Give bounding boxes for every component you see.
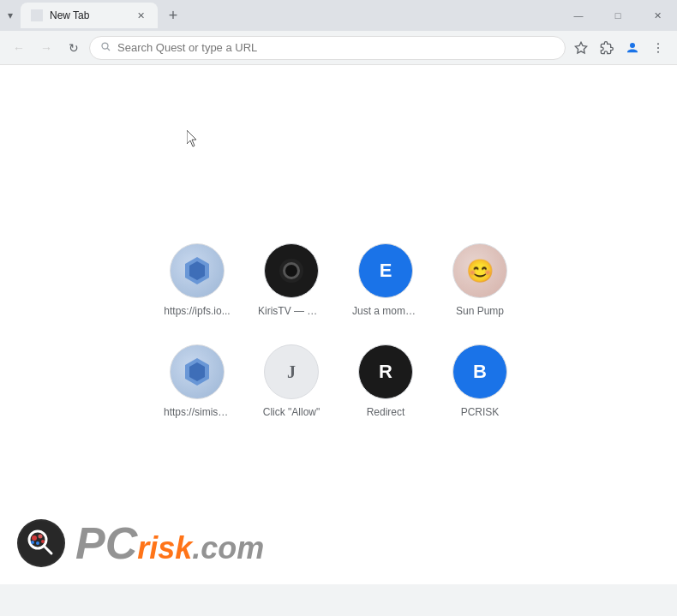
speed-dial-label-pcrisk: PCRISK	[446, 406, 513, 418]
menu-button[interactable]	[646, 36, 670, 60]
speed-dial-icon-redirect: R	[358, 344, 413, 399]
speed-dial-item-pcrisk[interactable]: BPCRISK	[440, 338, 520, 425]
back-button[interactable]: ←	[7, 36, 31, 60]
speed-dial-icon-just: E	[358, 243, 413, 298]
svg-point-0	[102, 43, 108, 49]
title-bar: ▾ New Tab ✕ + — □ ✕	[0, 0, 677, 31]
speed-dial-icon-simise	[170, 344, 225, 399]
svg-point-14	[32, 535, 37, 541]
speed-dial-label-click: Click "Allow"	[258, 406, 325, 418]
speed-dial-icon-sunpump: 😊	[452, 243, 507, 298]
address-bar-row: ← → ↻	[0, 31, 677, 65]
minimize-button[interactable]: —	[559, 3, 598, 28]
svg-line-1	[107, 48, 110, 51]
page-content: https://ipfs.io... KirisTV — Mo...EJust …	[0, 65, 677, 584]
tab-close-button[interactable]: ✕	[134, 9, 147, 22]
speed-dial-label-ipfs1: https://ipfs.io...	[164, 305, 231, 317]
tab-list-button[interactable]: ▾	[3, 9, 17, 22]
speed-dial-label-simise: https://simise...	[164, 406, 231, 418]
forward-button[interactable]: →	[34, 36, 58, 60]
speed-dial-label-kiris: KirisTV — Mo...	[258, 305, 325, 317]
address-bar-actions	[569, 36, 670, 60]
svg-point-6	[657, 51, 659, 52]
svg-point-11	[19, 521, 63, 565]
speed-dial-label-sunpump: Sun Pump	[446, 305, 513, 317]
tab-title: New Tab	[50, 9, 127, 21]
pcrisk-risk-text: risk	[137, 533, 192, 564]
bookmark-button[interactable]	[569, 36, 593, 60]
search-icon	[100, 41, 111, 54]
svg-point-5	[657, 47, 659, 49]
speed-dial-label-just: Just a mome...	[352, 305, 419, 317]
svg-point-4	[657, 43, 659, 45]
pcrisk-pc-text: PC	[75, 521, 137, 565]
speed-dial-item-redirect[interactable]: RRedirect	[345, 338, 426, 425]
svg-point-17	[31, 541, 34, 544]
extensions-button[interactable]	[595, 36, 619, 60]
pcrisk-dotcom-text: .com	[192, 533, 264, 564]
speed-dial-label-redirect: Redirect	[352, 406, 419, 418]
url-input[interactable]	[117, 41, 554, 54]
svg-point-18	[41, 540, 45, 543]
svg-marker-2	[575, 42, 586, 53]
pcrisk-logo-icon	[17, 519, 65, 567]
new-tab-button[interactable]: +	[161, 3, 185, 27]
speed-dial-item-click[interactable]: JClick "Allow"	[251, 338, 332, 425]
speed-dial-item-kiris[interactable]: KirisTV — Mo...	[251, 236, 332, 324]
pcrisk-logo-text: PC risk .com	[75, 521, 264, 565]
speed-dial-icon-pcrisk: B	[452, 344, 507, 399]
tab-favicon	[31, 9, 43, 21]
speed-dial-item-just[interactable]: EJust a mome...	[345, 236, 426, 324]
svg-point-3	[630, 43, 635, 48]
address-bar[interactable]	[89, 36, 566, 60]
profile-button[interactable]	[620, 36, 644, 60]
refresh-button[interactable]: ↻	[62, 36, 86, 60]
speed-dial-icon-ipfs1	[170, 243, 225, 298]
mouse-cursor	[187, 130, 197, 146]
browser-tab[interactable]: New Tab ✕	[21, 3, 158, 28]
maximize-button[interactable]: □	[598, 3, 638, 28]
speed-dial-icon-click: J	[264, 344, 319, 399]
speed-dial-grid: https://ipfs.io... KirisTV — Mo...EJust …	[157, 236, 520, 425]
speed-dial-item-sunpump[interactable]: 😊Sun Pump	[440, 236, 520, 324]
pcrisk-watermark: PC risk .com	[17, 519, 264, 567]
speed-dial-item-simise[interactable]: https://simise...	[157, 338, 237, 425]
svg-point-15	[39, 535, 43, 539]
speed-dial-icon-kiris	[264, 243, 319, 298]
close-button[interactable]: ✕	[638, 3, 677, 28]
speed-dial-item-ipfs1[interactable]: https://ipfs.io...	[157, 236, 237, 324]
svg-point-16	[36, 541, 39, 545]
window-controls: — □ ✕	[559, 3, 677, 28]
